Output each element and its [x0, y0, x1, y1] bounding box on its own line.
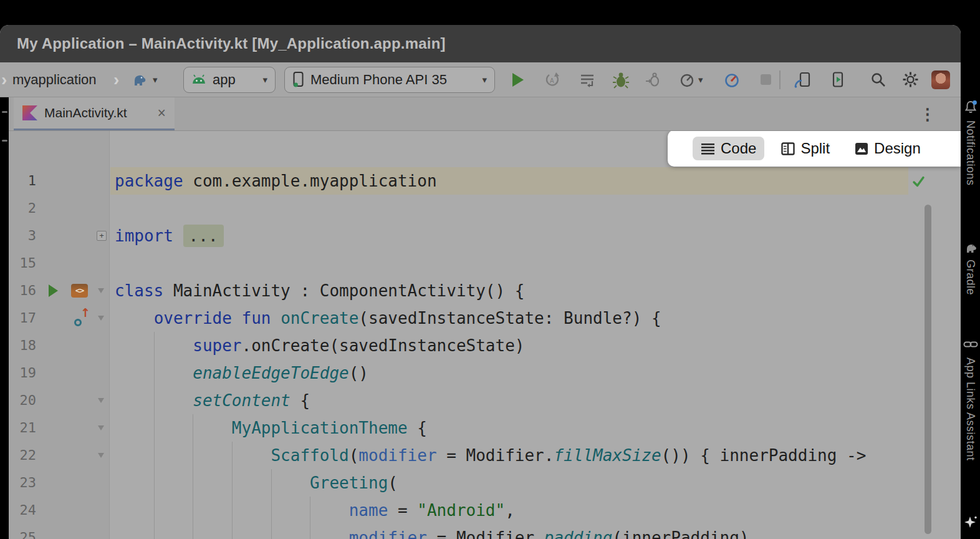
stop-button[interactable]	[756, 70, 776, 90]
code-line[interactable]: super.onCreate(savedInstanceState)	[110, 332, 961, 359]
design-view-icon	[855, 142, 868, 155]
device-selector[interactable]: Medium Phone API 35 ▾	[284, 67, 495, 93]
tab-mainactivity[interactable]: MainActivity.kt ×	[14, 97, 175, 130]
app-links-icon	[963, 337, 978, 352]
attach-debugger-button[interactable]	[643, 70, 663, 90]
tab-close-icon[interactable]: ×	[158, 106, 166, 120]
line-number: 2	[9, 195, 36, 222]
editor: 123+1516<>17↑1819202122232425 package co…	[9, 131, 961, 539]
code-line[interactable]: MyApplicationTheme {	[110, 414, 961, 442]
code-line[interactable]: name = "Android",	[110, 497, 961, 524]
running-devices-icon	[830, 71, 846, 88]
inspections-status-icon[interactable]	[911, 175, 926, 192]
gutter-line: 24	[9, 497, 109, 524]
apply-changes-button[interactable]: A	[542, 70, 562, 90]
left-stripe-handle[interactable]	[2, 140, 7, 142]
debug-button[interactable]	[611, 70, 631, 90]
run-icon	[510, 72, 525, 88]
fold-marker[interactable]	[98, 453, 104, 458]
gutter-lines: 123+1516<>17↑1819202122232425	[9, 167, 109, 539]
mode-code-button[interactable]: Code	[693, 137, 764, 160]
chevron-down-icon: ▾	[262, 74, 267, 85]
user-avatar[interactable]	[931, 70, 950, 89]
override-method-gutter-icon[interactable]: ↑	[74, 309, 91, 328]
mode-design-button[interactable]: Design	[847, 137, 929, 160]
mode-design-label: Design	[874, 140, 921, 157]
chevron-down-icon[interactable]: ▾	[698, 74, 703, 85]
search-button[interactable]	[868, 70, 888, 90]
editor-scrollbar[interactable]	[925, 205, 931, 534]
line-number: 1	[9, 167, 36, 195]
split-view-icon	[781, 142, 795, 155]
run-gutter-icon[interactable]	[49, 284, 58, 297]
code-line[interactable]: enableEdgeToEdge()	[110, 359, 961, 387]
profiler-button[interactable]	[722, 70, 742, 90]
device-manager-button[interactable]	[793, 70, 813, 90]
code-area[interactable]: package com.example.myapplicationimport …	[110, 167, 961, 539]
code-line[interactable]: class MainActivity : ComponentActivity()…	[110, 277, 961, 304]
line-number: 24	[9, 497, 36, 524]
project-breadcrumb[interactable]: myapplication	[12, 72, 97, 88]
code-line[interactable]: package com.example.myapplication	[110, 167, 961, 195]
ide-window: My Application – MainActivity.kt [My_App…	[0, 25, 961, 539]
notifications-tool-button[interactable]: Notifications	[961, 100, 980, 186]
chevron-down-icon[interactable]: ▾	[153, 74, 158, 85]
line-number: 15	[9, 250, 36, 277]
class-gutter-icon[interactable]: <>	[71, 284, 88, 298]
run-button[interactable]	[507, 70, 527, 90]
left-tool-stripe	[0, 97, 9, 539]
tool-label: Notifications	[964, 120, 977, 186]
android-icon	[191, 74, 206, 85]
ai-assistant-button[interactable]	[961, 515, 980, 530]
stop-icon	[761, 74, 771, 85]
gutter-line: 15	[9, 250, 109, 277]
left-stripe-handle[interactable]	[2, 111, 7, 113]
gradle-build-button[interactable]	[128, 70, 148, 90]
code-line[interactable]: setContent {	[110, 387, 961, 414]
code-line[interactable]	[110, 195, 961, 222]
run-config-selector[interactable]: app ▾	[183, 67, 276, 93]
code-line[interactable]: override fun onCreate(savedInstanceState…	[110, 304, 961, 332]
debug-bug-icon	[613, 71, 629, 89]
fold-marker[interactable]	[98, 288, 104, 293]
gutter-line: 22	[9, 442, 109, 469]
main-toolbar: › myapplication › ▾ app ▾	[0, 62, 961, 97]
mode-split-label: Split	[800, 140, 830, 157]
tab-overflow-menu-icon[interactable]: ⋮	[920, 104, 936, 124]
line-number: 21	[9, 414, 36, 442]
run-with-profiler-button[interactable]	[677, 70, 697, 90]
gutter-line: 2	[9, 195, 109, 222]
code-line[interactable]: modifier = Modifier.padding(innerPadding…	[110, 524, 961, 539]
line-number: 25	[9, 524, 36, 539]
gutter-line: 17↑	[9, 304, 109, 332]
running-devices-button[interactable]	[828, 70, 848, 90]
code-line[interactable]: Greeting(	[110, 469, 961, 497]
svg-text:A: A	[550, 77, 554, 84]
breadcrumb-collapse-icon[interactable]: ›	[1, 71, 7, 89]
gutter-line: 18	[9, 332, 109, 359]
window-title: My Application – MainActivity.kt [My_App…	[17, 35, 446, 52]
app-links-assistant-tool-button[interactable]: App Links Assistant	[961, 337, 980, 461]
gutter-line: 1	[9, 167, 109, 195]
fold-marker[interactable]	[98, 398, 104, 403]
settings-button[interactable]	[900, 70, 920, 90]
apply-code-changes-button[interactable]	[577, 70, 597, 90]
run-config-label: app	[213, 72, 236, 88]
tool-label: Gradle	[964, 260, 977, 295]
gutter-line: 25	[9, 524, 109, 539]
kotlin-file-icon	[22, 105, 37, 120]
fold-marker[interactable]	[98, 316, 104, 321]
gradle-tool-button[interactable]: Gradle	[961, 241, 980, 295]
fold-marker[interactable]: +	[97, 231, 107, 241]
editor-mode-toggle: Code	[668, 131, 961, 167]
gutter-line: 3+	[9, 222, 109, 250]
tab-bar: MainActivity.kt × ⋮	[9, 97, 961, 131]
fold-marker[interactable]	[98, 425, 104, 430]
bell-icon	[963, 100, 978, 115]
screen: My Application – MainActivity.kt [My_App…	[0, 0, 980, 539]
code-line[interactable]: import ...	[110, 222, 961, 250]
code-line[interactable]: Scaffold(modifier = Modifier.fillMaxSize…	[110, 442, 961, 469]
code-line[interactable]	[110, 250, 961, 277]
mode-split-button[interactable]: Split	[773, 137, 838, 160]
gutter-line: 21	[9, 414, 109, 442]
